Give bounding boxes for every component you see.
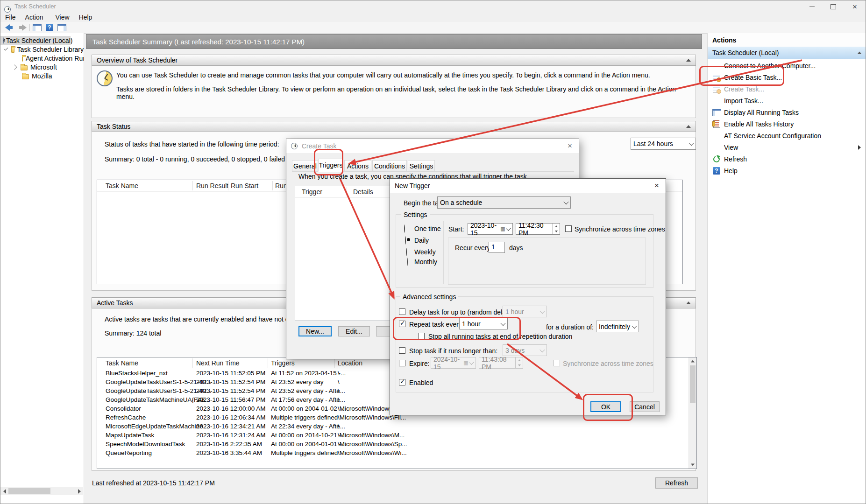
tab-triggers[interactable]: Triggers [318,159,343,172]
column-header[interactable]: Run Start [231,182,258,189]
radio-one-time-label[interactable]: One time [414,225,441,232]
tree-item-agent-activation[interactable]: Agent Activation Runt [0,54,84,63]
show-console-tree-icon[interactable] [33,24,42,31]
action-help[interactable]: Help [708,165,866,176]
enabled-label[interactable]: Enabled [409,379,433,386]
start-date-picker[interactable]: 2023-10-15▦ [468,223,513,235]
repeat-task-checkbox[interactable] [399,321,405,327]
toolbar-help-icon[interactable] [46,24,53,31]
chevron-down-icon[interactable] [4,47,8,50]
repeat-task-dropdown[interactable]: 1 hour [459,318,508,329]
begin-task-dropdown[interactable]: On a schedule [437,196,571,209]
action-import-task[interactable]: Import Task... [708,95,866,106]
collapse-icon[interactable] [686,125,691,128]
stop-task-longer-label[interactable]: Stop task if it runs longer than: [409,347,497,355]
stop-all-tasks-label[interactable]: Stop all running tasks at end of repetit… [428,333,572,340]
column-divider[interactable] [228,181,228,190]
menu-help[interactable]: Help [76,13,95,21]
radio-one-time[interactable] [404,224,405,233]
column-header[interactable]: Next Run Time [196,359,240,367]
minimize-button[interactable] [801,0,823,13]
tree-item-task-scheduler-local[interactable]: Task Scheduler (Local) [0,36,71,45]
expire-date-picker[interactable]: 2024-10-15▦ [431,357,476,369]
tree-item-microsoft[interactable]: Microsoft [0,63,84,71]
column-divider[interactable] [347,187,347,196]
actions-group-header[interactable]: Task Scheduler (Local) [708,47,866,59]
time-period-dropdown[interactable]: Last 24 hours [631,138,696,150]
task-status-section-header[interactable]: Task Status [92,121,696,132]
radio-weekly-label[interactable]: Weekly [414,248,436,256]
show-action-pane-icon[interactable] [57,24,66,31]
tree-item-mozilla[interactable]: Mozilla [0,71,84,80]
stop-task-longer-dropdown[interactable]: 3 days [503,344,547,356]
tab-actions[interactable]: Actions [344,160,371,172]
radio-daily-label[interactable]: Daily [414,237,429,244]
duration-dropdown[interactable]: Indefinitely [596,321,639,332]
column-divider[interactable] [334,358,335,368]
table-row[interactable]: MapsUpdateTask2023-10-16 12:31:24 AMAt 0… [97,432,696,441]
radio-monthly[interactable] [407,258,408,266]
radio-daily[interactable] [405,236,406,245]
column-header[interactable]: Task Name [106,182,138,189]
action-refresh[interactable]: Refresh [708,153,866,165]
column-header[interactable]: Run Result [196,182,228,189]
scrollbar-thumb[interactable] [690,365,696,403]
recur-every-input[interactable]: 1 [489,242,505,253]
repeat-task-label[interactable]: Repeat task every: [409,321,464,328]
close-icon[interactable]: × [654,181,659,190]
menu-view[interactable]: View [52,13,72,21]
overview-section-header[interactable]: Overview of Task Scheduler [92,55,696,66]
maximize-button[interactable] [823,0,844,13]
table-vertical-scrollbar[interactable] [689,357,696,469]
table-row[interactable]: QueueReporting2023-10-16 3:35:44 AMMulti… [97,449,696,458]
sync-timezones-2-checkbox[interactable] [554,360,560,366]
radio-weekly[interactable] [406,248,407,256]
scrollbar-thumb[interactable] [8,488,50,494]
column-divider[interactable] [272,181,273,190]
action-create-task[interactable]: Create Task... [708,83,866,95]
action-connect-to-another-computer[interactable]: Connect to Another Computer... [708,60,866,71]
tree-item-task-scheduler-library[interactable]: Task Scheduler Library [0,45,84,54]
menu-file[interactable]: File [2,13,19,21]
radio-monthly-label[interactable]: Monthly [414,258,437,266]
table-row[interactable]: MicrosoftEdgeUpdateTaskMachine...2023-10… [97,423,696,432]
action-display-all-running-tasks[interactable]: Display All Running Tasks [708,106,866,118]
delay-task-checkbox[interactable] [399,308,405,315]
cancel-button[interactable]: Cancel [630,401,660,412]
column-divider[interactable] [268,358,268,368]
delay-task-label[interactable]: Delay task for up to (random delay): [409,308,513,316]
back-icon[interactable] [5,24,14,31]
column-divider[interactable] [192,181,193,190]
chevron-right-icon[interactable] [12,64,17,70]
action-at-service-account-configuration[interactable]: AT Service Account Configuration [708,130,866,141]
expire-time-spinner[interactable]: 11:43:08 PM [479,357,523,369]
sync-timezones-label[interactable]: Synchronize across time zones [575,225,665,233]
spinner-buttons[interactable] [552,224,560,234]
action-create-basic-task[interactable]: Create Basic Task... [708,71,866,83]
tab-general[interactable]: General [292,160,318,172]
column-header[interactable]: Trigger [302,188,322,196]
collapse-icon[interactable] [858,51,862,54]
close-button[interactable]: × [844,0,866,13]
tree-horizontal-scrollbar[interactable] [0,487,83,495]
collapse-icon[interactable] [686,301,691,304]
column-header[interactable]: Location [338,359,362,367]
sync-timezones-checkbox[interactable] [565,225,572,232]
action-view[interactable]: View [708,141,866,153]
scroll-up-icon[interactable] [689,357,696,365]
spinner-buttons[interactable] [515,357,523,368]
scroll-left-icon[interactable] [0,487,8,495]
delay-task-dropdown[interactable]: 1 hour [503,306,547,317]
edit-trigger-button[interactable]: Edit... [338,326,370,336]
column-header[interactable]: Details [353,188,373,196]
column-header[interactable]: Task Name [106,359,138,367]
table-row[interactable]: SpeechModelDownloadTask2023-10-16 2:22:3… [97,441,696,449]
stop-task-longer-checkbox[interactable] [399,347,405,354]
tab-conditions[interactable]: Conditions [372,160,407,172]
expire-checkbox[interactable] [399,360,405,366]
action-enable-all-tasks-history[interactable]: Enable All Tasks History [708,118,866,130]
column-header[interactable]: Triggers [271,359,295,367]
close-icon[interactable]: × [568,141,572,151]
enabled-checkbox[interactable] [399,379,405,385]
menu-action[interactable]: Action [22,13,46,21]
